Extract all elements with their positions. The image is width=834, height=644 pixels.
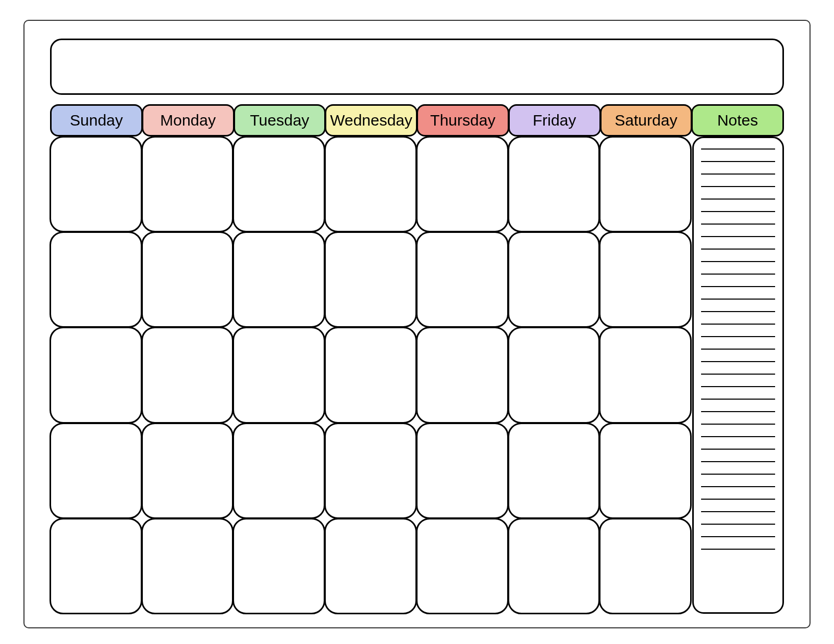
weekday-header-tuesday: Tuesday bbox=[234, 104, 326, 137]
note-line bbox=[701, 224, 775, 225]
note-line bbox=[701, 361, 775, 362]
weekday-label: Friday bbox=[533, 112, 576, 129]
calendar-grid bbox=[50, 137, 691, 614]
weekday-header-row: Sunday Monday Tuesday Wednesday Thursday… bbox=[50, 104, 784, 137]
day-cell[interactable] bbox=[416, 231, 509, 328]
weekday-label: Tuesday bbox=[250, 112, 309, 129]
day-cell[interactable] bbox=[141, 327, 234, 423]
day-cell[interactable] bbox=[324, 231, 417, 328]
day-cell[interactable] bbox=[232, 518, 325, 614]
note-line bbox=[701, 549, 775, 550]
day-cell[interactable] bbox=[599, 136, 692, 232]
day-cell[interactable] bbox=[141, 231, 234, 328]
day-cell[interactable] bbox=[416, 423, 509, 519]
note-line bbox=[701, 424, 775, 425]
day-cell[interactable] bbox=[416, 136, 509, 232]
day-cell[interactable] bbox=[599, 327, 692, 423]
note-line bbox=[701, 148, 775, 150]
day-cell[interactable] bbox=[324, 327, 417, 423]
day-cell[interactable] bbox=[508, 231, 600, 328]
note-line bbox=[701, 249, 775, 250]
title-bar[interactable] bbox=[50, 39, 784, 95]
notes-panel[interactable] bbox=[692, 137, 784, 614]
note-line bbox=[701, 474, 775, 475]
weekday-label: Thursday bbox=[430, 112, 495, 129]
weekday-label: Sunday bbox=[70, 112, 123, 129]
note-line bbox=[701, 499, 775, 500]
note-line bbox=[701, 511, 775, 512]
calendar-page: Sunday Monday Tuesday Wednesday Thursday… bbox=[0, 0, 834, 644]
day-cell[interactable] bbox=[141, 423, 234, 519]
day-cell[interactable] bbox=[50, 423, 142, 519]
weekday-header-saturday: Saturday bbox=[600, 104, 693, 137]
note-line bbox=[701, 461, 775, 462]
note-line bbox=[701, 411, 775, 412]
weekday-header-thursday: Thursday bbox=[416, 104, 509, 137]
calendar-grid-area bbox=[50, 137, 691, 614]
note-line bbox=[701, 336, 775, 337]
note-line bbox=[701, 199, 775, 200]
day-cell[interactable] bbox=[416, 518, 509, 614]
day-cell[interactable] bbox=[508, 423, 600, 519]
note-line bbox=[701, 449, 775, 450]
day-cell[interactable] bbox=[324, 518, 417, 614]
day-cell[interactable] bbox=[50, 518, 142, 614]
weekday-label: Monday bbox=[160, 112, 216, 129]
notes-header: Notes bbox=[691, 104, 784, 137]
note-line bbox=[701, 399, 775, 400]
day-cell[interactable] bbox=[416, 327, 509, 423]
day-cell[interactable] bbox=[508, 327, 600, 423]
day-cell[interactable] bbox=[50, 327, 142, 423]
note-line bbox=[701, 349, 775, 350]
day-cell[interactable] bbox=[141, 136, 234, 232]
note-line bbox=[701, 311, 775, 312]
note-line bbox=[701, 536, 775, 537]
day-cell[interactable] bbox=[599, 518, 692, 614]
day-cell[interactable] bbox=[232, 136, 325, 232]
note-line bbox=[701, 524, 775, 525]
note-line bbox=[701, 299, 775, 300]
note-line bbox=[701, 174, 775, 175]
weekday-header-wednesday: Wednesday bbox=[325, 104, 418, 137]
note-line bbox=[701, 436, 775, 437]
day-cell[interactable] bbox=[324, 423, 417, 519]
weekday-header-monday: Monday bbox=[142, 104, 235, 137]
note-line bbox=[701, 286, 775, 287]
notes-header-label: Notes bbox=[717, 112, 758, 129]
note-line bbox=[701, 386, 775, 387]
note-line bbox=[701, 211, 775, 212]
day-cell[interactable] bbox=[141, 518, 234, 614]
note-line bbox=[701, 161, 775, 162]
note-line bbox=[701, 374, 775, 375]
note-line bbox=[701, 324, 775, 325]
day-cell[interactable] bbox=[324, 136, 417, 232]
weekday-header-friday: Friday bbox=[508, 104, 601, 137]
day-cell[interactable] bbox=[599, 423, 692, 519]
day-cell[interactable] bbox=[50, 136, 142, 232]
day-cell[interactable] bbox=[508, 518, 600, 614]
day-cell[interactable] bbox=[232, 423, 325, 519]
day-cell[interactable] bbox=[232, 231, 325, 328]
weekday-label: Saturday bbox=[615, 112, 677, 129]
note-line bbox=[701, 261, 775, 262]
note-line bbox=[701, 236, 775, 237]
note-line bbox=[701, 274, 775, 275]
note-line bbox=[701, 186, 775, 187]
note-line bbox=[701, 486, 775, 487]
weekday-label: Wednesday bbox=[330, 112, 412, 129]
day-cell[interactable] bbox=[599, 231, 692, 328]
weekday-header-sunday: Sunday bbox=[50, 104, 143, 137]
day-cell[interactable] bbox=[508, 136, 600, 232]
day-cell[interactable] bbox=[232, 327, 325, 423]
day-cell[interactable] bbox=[50, 231, 142, 328]
